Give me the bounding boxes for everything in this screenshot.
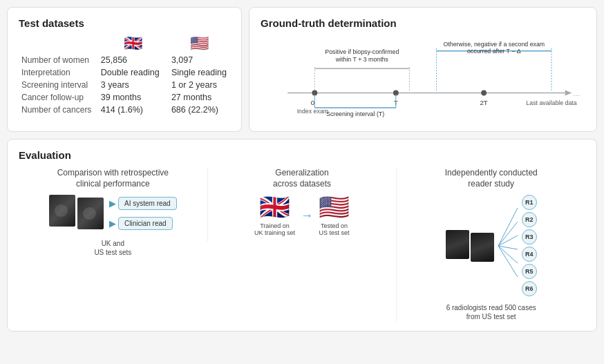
svg-text:Index exam: Index exam <box>297 108 328 115</box>
mammo-img-1 <box>49 195 75 227</box>
svg-line-26 <box>498 222 518 246</box>
reader-R6: R6 <box>522 281 537 296</box>
evaluation-title: Evaluation <box>19 149 585 161</box>
row-label: Interpretation <box>19 66 98 79</box>
comparison-section: Comparison with retrospectiveclinical pe… <box>19 168 207 257</box>
svg-text:...: ... <box>573 88 580 97</box>
ai-system-box: AI system read <box>118 197 177 210</box>
clinician-box: Clinician read <box>118 217 173 230</box>
us-flag-large: 🇺🇸 <box>319 195 350 220</box>
test-datasets-card: Test datasets 🇬🇧 🇺🇸 Number of women 25,8… <box>7 7 242 132</box>
svg-text:Otherwise, negative if a secon: Otherwise, negative if a second exam <box>443 41 545 48</box>
reader-diagram: R1 R2 R3 R4 R5 R6 <box>446 195 537 296</box>
row-label: Screening interval <box>19 79 98 91</box>
generalization-title: Generalizationacross datasets <box>273 168 331 189</box>
row-us: Single reading <box>169 66 230 79</box>
row-us: 686 (22.2%) <box>169 104 230 116</box>
ground-truth-title: Ground-truth determination <box>261 17 585 29</box>
reader-R4: R4 <box>522 247 537 262</box>
row-uk: 3 years <box>98 79 169 91</box>
mammogram-images <box>49 195 104 229</box>
us-test-label: Tested onUS test set <box>319 222 350 236</box>
ai-arrow: ▶ <box>109 198 116 209</box>
svg-text:Screening interval (T): Screening interval (T) <box>326 111 384 117</box>
test-datasets-title: Test datasets <box>19 17 230 29</box>
row-us: 3,097 <box>169 54 230 66</box>
row-uk: 414 (1.6%) <box>98 104 169 116</box>
uk-flag-large: 🇬🇧 <box>259 195 290 220</box>
table-row: Cancer follow-up 39 months 27 months <box>19 91 230 104</box>
table-row: Screening interval 3 years 1 or 2 years <box>19 79 230 91</box>
svg-text:within T + 3 months: within T + 3 months <box>335 56 389 63</box>
svg-text:occurred after T − Δ: occurred after T − Δ <box>467 48 521 55</box>
row-us: 1 or 2 years <box>169 79 230 91</box>
evaluation-sections: Comparison with retrospectiveclinical pe… <box>19 168 585 321</box>
datasets-table: 🇬🇧 🇺🇸 Number of women 25,856 3,097 Inter… <box>19 36 230 116</box>
timeline-diagram: ... 0 Index exam T 2T Last available dat… <box>261 36 585 119</box>
row-us: 27 months <box>169 91 230 104</box>
uk-flag: 🇬🇧 <box>124 35 142 52</box>
comparison-caption: UK andUS test sets <box>94 239 131 257</box>
reader-fan-lines <box>498 201 519 291</box>
table-row: Interpretation Double reading Single rea… <box>19 66 230 79</box>
svg-marker-1 <box>565 90 572 96</box>
reader-study-section: Independently conductedreader study <box>396 168 585 321</box>
row-uk: Double reading <box>98 66 169 79</box>
row-label: Cancer follow-up <box>19 91 98 104</box>
svg-text:2T: 2T <box>480 99 487 106</box>
evaluation-card: Evaluation Comparison with retrospective… <box>7 139 597 332</box>
table-row: Number of women 25,856 3,097 <box>19 54 230 66</box>
svg-point-8 <box>481 90 487 96</box>
svg-line-30 <box>498 246 518 277</box>
mammo-img-2 <box>77 198 104 229</box>
reader-R3: R3 <box>522 229 537 245</box>
comparison-title: Comparison with retrospectiveclinical pe… <box>57 168 169 189</box>
reader-study-title: Independently conductedreader study <box>445 168 538 189</box>
svg-text:Positive if biopsy-confirmed: Positive if biopsy-confirmed <box>325 48 399 55</box>
row-label: Number of cancers <box>19 104 98 116</box>
row-uk: 39 months <box>98 91 169 104</box>
reader-R5: R5 <box>522 264 537 279</box>
us-flag: 🇺🇸 <box>190 35 209 52</box>
reader-mammo-1 <box>446 230 469 259</box>
reader-R1: R1 <box>522 195 537 210</box>
generalization-flow: 🇬🇧 Trained onUK training set → 🇺🇸 Tested… <box>254 195 350 236</box>
svg-text:0: 0 <box>311 99 315 106</box>
ground-truth-card: Ground-truth determination ... 0 Index e… <box>249 7 597 132</box>
uk-train-label: Trained onUK training set <box>254 222 295 236</box>
row-uk: 25,856 <box>98 54 169 66</box>
row-label: Number of women <box>19 54 98 66</box>
reader-R2: R2 <box>522 212 537 227</box>
reader-study-caption: 6 radiologists read 500 casesfrom US tes… <box>446 303 536 321</box>
gen-flow-arrow: → <box>301 209 313 223</box>
svg-text:Last available data: Last available data <box>526 99 576 106</box>
reader-circles: R1 R2 R3 R4 R5 R6 <box>522 195 537 296</box>
table-row: Number of cancers 414 (1.6%) 686 (22.2%) <box>19 104 230 116</box>
svg-line-25 <box>498 208 518 246</box>
clinician-arrow: ▶ <box>109 218 116 229</box>
reader-mammo-2 <box>471 233 494 262</box>
generalization-section: Generalizationacross datasets 🇬🇧 Trained… <box>207 168 397 242</box>
